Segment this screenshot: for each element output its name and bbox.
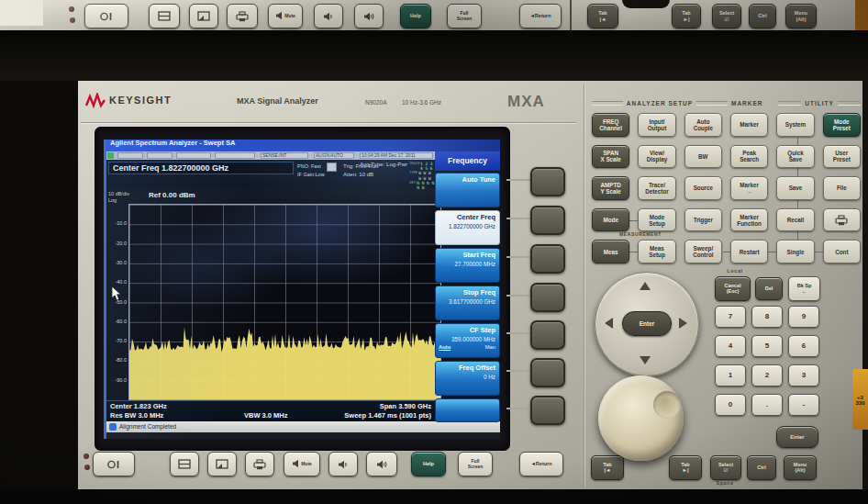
marker-button[interactable]: Marker→ <box>730 176 768 200</box>
key-8[interactable]: 8 <box>751 306 783 328</box>
cancel-esc-button[interactable]: Cancel (Esc) <box>715 276 751 301</box>
softkey-center-freq[interactable]: Center Freq1.822700000 GHz <box>435 210 500 245</box>
input-output-button[interactable]: Input/Output <box>638 113 675 137</box>
mute-button-top[interactable]: Mute <box>268 4 303 28</box>
mode-setup-button[interactable]: ModeSetup <box>638 208 675 232</box>
user-preset-button[interactable]: UserPreset <box>823 145 861 169</box>
window-resize-button-top[interactable] <box>189 4 218 28</box>
window-resize-button[interactable] <box>207 452 237 476</box>
key-6[interactable]: 6 <box>788 335 819 357</box>
hardware-softkey-5[interactable] <box>530 320 565 350</box>
cont-button[interactable]: Cont <box>823 240 861 263</box>
strip-seam <box>570 0 572 30</box>
key-decimal[interactable]: . <box>751 394 783 416</box>
button-label: AMPTD <box>600 182 620 188</box>
window-split-button-top[interactable] <box>149 4 180 28</box>
source-button[interactable]: Source <box>684 176 722 200</box>
softkey-stop-freq[interactable]: Stop Freq3.617700000 GHz <box>435 286 500 320</box>
power-button[interactable] <box>93 452 135 476</box>
full-screen-button-top[interactable]: Full Screen <box>447 4 482 28</box>
peak-search-button[interactable]: PeakSearch <box>730 145 768 169</box>
full-screen-button[interactable]: Full Screen <box>458 452 493 476</box>
button-label: Save <box>789 156 803 162</box>
sweep-control-button[interactable]: Sweep/Control <box>684 240 722 263</box>
print-button-top[interactable] <box>227 4 258 28</box>
system-button[interactable]: System <box>776 113 814 137</box>
softkey-freq-offset[interactable]: Freq Offset0 Hz <box>435 361 500 396</box>
mode-preset-button[interactable]: ModePreset <box>823 113 861 137</box>
marker-button[interactable]: Marker <box>730 113 768 137</box>
mute-button[interactable]: Mute <box>284 452 320 476</box>
tab-right-button[interactable]: Tab ►| <box>669 455 702 480</box>
window-split-icon <box>158 11 171 21</box>
print-screen-button[interactable] <box>245 452 274 476</box>
hardware-softkey-3[interactable] <box>530 244 565 274</box>
nav-enter-button[interactable]: Enter <box>622 311 672 336</box>
hardware-softkey-2[interactable] <box>530 206 565 235</box>
key-1[interactable]: 1 <box>715 364 746 386</box>
power-button-top[interactable] <box>84 4 128 28</box>
key-7[interactable]: 7 <box>715 306 746 328</box>
file-button[interactable]: File <box>823 176 861 200</box>
tab-left-button-top[interactable]: Tab |◄ <box>587 4 618 28</box>
single-button[interactable]: Single <box>776 240 814 263</box>
quick-save-button[interactable]: QuickSave <box>776 145 814 169</box>
key-3[interactable]: 3 <box>788 364 819 386</box>
key-5[interactable]: 5 <box>751 335 783 357</box>
hardware-softkey-4[interactable] <box>530 283 565 312</box>
help-button[interactable]: Help <box>411 452 446 476</box>
bw-button[interactable]: BW <box>684 145 722 169</box>
amptd-y-scale-button[interactable]: AMPTDY Scale <box>592 176 629 200</box>
select-button[interactable]: Select ☑ <box>710 455 741 480</box>
span-x-scale-button[interactable]: SPANX Scale <box>592 145 629 169</box>
marker-function-button[interactable]: MarkerFunction <box>730 208 768 232</box>
return-button[interactable]: ◄Return <box>519 452 563 476</box>
trigger-button[interactable]: Trigger <box>684 208 722 232</box>
return-button-top[interactable]: ◄Return <box>519 4 562 28</box>
trace-detector-button[interactable]: Trace/Detector <box>638 176 675 200</box>
auto-couple-button[interactable]: AutoCouple <box>684 113 722 137</box>
arrow-down-icon[interactable] <box>640 356 651 364</box>
tab-left-button[interactable]: Tab |◄ <box>591 455 624 480</box>
key-4[interactable]: 4 <box>715 335 746 357</box>
delete-button[interactable]: Del <box>755 277 783 300</box>
select-button-top[interactable]: Select ☑ <box>712 4 741 28</box>
ctrl-button-top[interactable]: Ctrl <box>749 4 776 28</box>
enter-button[interactable]: Enter <box>776 426 818 448</box>
softkey-start-freq[interactable]: Start Freq27.700000 MHz <box>435 248 500 283</box>
menu-alt-button-top[interactable]: Menu (Alt) <box>785 4 817 28</box>
hardware-softkey-6[interactable] <box>530 358 565 387</box>
window-split-button[interactable] <box>170 452 199 476</box>
key-9[interactable]: 9 <box>788 306 819 328</box>
volume-down-button[interactable] <box>328 452 358 476</box>
softkey-cf-step[interactable]: CF Step359.000000 MHzAutoMan <box>435 323 500 358</box>
backspace-button[interactable]: Bk Sp ← <box>788 276 820 301</box>
rpg-knob[interactable] <box>598 375 684 461</box>
ctrl-button[interactable]: Ctrl <box>747 455 776 480</box>
status-field-time: 10:04:29 AM Dec 17, 2011 <box>360 152 433 159</box>
help-button-top[interactable]: Help <box>400 4 431 28</box>
volume-up-button[interactable] <box>366 452 397 476</box>
key-2[interactable]: 2 <box>751 364 783 386</box>
mode-button[interactable]: Mode <box>592 208 629 232</box>
volume-up-button-top[interactable] <box>354 4 384 28</box>
restart-button[interactable]: Restart <box>730 240 768 263</box>
arrow-left-icon[interactable] <box>605 318 613 329</box>
recall-button[interactable]: Recall <box>776 208 814 232</box>
freq-channel-button[interactable]: FREQChannel <box>592 113 629 137</box>
tab-right-button-top[interactable]: Tab ►| <box>672 4 701 28</box>
meas-setup-button[interactable]: MeasSetup <box>638 240 675 263</box>
volume-down-button-top[interactable] <box>314 4 343 28</box>
softkey-auto-tune[interactable]: Auto Tune <box>435 173 500 207</box>
save-button[interactable]: Save <box>776 176 814 200</box>
key-minus[interactable]: - <box>788 394 819 416</box>
meas-button[interactable]: Meas <box>592 240 629 263</box>
arrow-up-icon[interactable] <box>640 282 651 290</box>
hardware-softkey-7[interactable] <box>530 396 565 425</box>
hardware-softkey-1[interactable] <box>530 167 565 196</box>
arrow-right-icon[interactable] <box>679 318 687 329</box>
key-0[interactable]: 0 <box>715 394 746 416</box>
print-button[interactable] <box>823 208 861 232</box>
view-display-button[interactable]: View/Display <box>638 145 675 169</box>
menu-alt-button[interactable]: Menu (Alt) <box>784 455 817 480</box>
